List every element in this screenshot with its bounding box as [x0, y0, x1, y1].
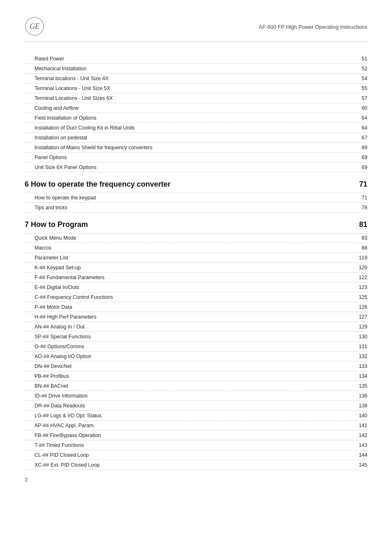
toc-top-entries: Rated Power51Mechanical Installation52Te…	[25, 54, 367, 172]
list-item: DR-## Data Readouts138	[25, 401, 367, 411]
entry-page: 135	[355, 383, 367, 389]
entry-text: O-## Options/Comms	[35, 344, 355, 349]
entry-text: Cooling and Airflow	[35, 105, 355, 111]
entry-page: 132	[355, 354, 367, 359]
entry-text: E-## Digital In/Outs	[35, 284, 355, 290]
list-item: O-## Options/Comms131	[25, 342, 367, 352]
entry-text: ID-## Drive Information	[35, 393, 355, 399]
entry-page: 54	[355, 76, 367, 81]
entry-text: Unit Size 6X Panel Options	[35, 164, 355, 170]
list-item: Tips and tricks78	[25, 203, 367, 213]
entry-text: Installation of Duct Cooling Kit in Ritt…	[35, 125, 355, 131]
entry-text: H-## High Perf Parameters	[35, 314, 355, 320]
page-container: GE AF-600 FP High Power Operating Instru…	[0, 0, 392, 495]
list-item: Terminal Locations - Unit Size 5X55	[25, 84, 367, 93]
list-item: Installation on pedestal67	[25, 133, 367, 143]
section-title: 6 How to operate the frequency converter	[25, 180, 355, 189]
list-item: How to operate the keypad71	[25, 193, 367, 203]
entry-text: Panel Options	[35, 155, 355, 160]
list-item: Field Installation of Options64	[25, 113, 367, 123]
entry-page: 120	[355, 265, 367, 271]
entry-page: 64	[355, 115, 367, 121]
list-item: XC-## Ext. PID Closed Loop145	[25, 460, 367, 470]
entry-page: 69	[355, 164, 367, 170]
list-item: Terminal locations - Unit Size 4X54	[25, 74, 367, 83]
entry-text: BN-## BACnet	[35, 383, 355, 389]
entry-text: How to operate the keypad	[35, 195, 355, 201]
entry-text: AO-## Analog I/O Option	[35, 354, 355, 359]
list-item: BN-## BACnet135	[25, 382, 367, 391]
list-item: AN-## Analog In / Out129	[25, 322, 367, 332]
list-item: F-## Fundamental Parameters122	[25, 273, 367, 282]
page-header: GE AF-600 FP High Power Operating Instru…	[25, 16, 367, 42]
entry-page: 67	[355, 135, 367, 141]
list-item: Macros88	[25, 243, 367, 253]
entry-text: Quick Menu Mode	[35, 235, 355, 241]
entry-text: F-## Fundamental Parameters	[35, 275, 355, 280]
entry-page: 125	[355, 294, 367, 300]
list-item: PB-## Profibus134	[25, 372, 367, 381]
list-item: Installation of Duct Cooling Kit in Ritt…	[25, 123, 367, 133]
list-item: H-## High Perf Parameters127	[25, 312, 367, 322]
entry-text: P-## Motor Data	[35, 304, 355, 310]
entry-page: 64	[355, 125, 367, 131]
list-item: ID-## Drive Information136	[25, 391, 367, 401]
entry-page: 127	[355, 314, 367, 320]
entry-text: K-## Keypad Set-up	[35, 265, 355, 271]
entry-page: 130	[355, 334, 367, 340]
list-item: Mechanical Installation52	[25, 64, 367, 74]
list-item: Quick Menu Mode83	[25, 234, 367, 243]
entry-page: 126	[355, 304, 367, 310]
section-title: 7 How to Program	[25, 220, 355, 229]
entry-text: Terminal locations - Unit Size 4X	[35, 76, 355, 81]
entry-text: Rated Power	[35, 56, 355, 62]
entry-text: Tips and tricks	[35, 205, 355, 210]
entry-page: 143	[355, 442, 367, 448]
list-item: Cooling and Airflow60	[25, 104, 367, 113]
entry-page: 141	[355, 423, 367, 428]
entry-text: Terminal Locations - Unit Size 5X	[35, 86, 355, 91]
entry-text: Parameter List	[35, 255, 355, 261]
list-item: LG-## Logs & I/O Opt. Status140	[25, 411, 367, 421]
entry-page: 119	[355, 255, 367, 261]
entry-page: 55	[355, 86, 367, 91]
entry-page: 133	[355, 363, 367, 369]
entry-page: 60	[355, 105, 367, 111]
entry-text: C-## Frequency Control Functions	[35, 294, 355, 300]
list-item: C-## Frequency Control Functions125	[25, 293, 367, 302]
entry-page: 144	[355, 452, 367, 458]
entry-text: Field Installation of Options	[35, 115, 355, 121]
entry-page: 131	[355, 344, 367, 349]
list-item: SP-## Special Functions130	[25, 332, 367, 342]
list-item: K-## Keypad Set-up120	[25, 263, 367, 273]
entry-page: 123	[355, 284, 367, 290]
entry-text: Macros	[35, 245, 355, 251]
entry-text: Installation on pedestal	[35, 135, 355, 141]
list-item: Installation of Mains Shield for frequen…	[25, 143, 367, 153]
entry-page: 71	[355, 195, 367, 201]
entry-page: 52	[355, 66, 367, 72]
entry-page: 140	[355, 413, 367, 419]
entry-page: 142	[355, 432, 367, 438]
ge-logo: GE	[25, 16, 44, 37]
page-number: 2	[25, 476, 28, 483]
entry-page: 136	[355, 393, 367, 399]
list-item: Unit Size 6X Panel Options69	[25, 163, 367, 172]
entry-page: 69	[355, 145, 367, 150]
svg-text:GE: GE	[30, 22, 39, 30]
list-item: AO-## Analog I/O Option132	[25, 352, 367, 361]
list-item: E-## Digital In/Outs123	[25, 283, 367, 292]
entry-page: 145	[355, 462, 367, 468]
entry-text: T-## Timed Functions	[35, 442, 355, 448]
entry-page: 122	[355, 275, 367, 280]
entry-text: AN-## Analog In / Out	[35, 324, 355, 330]
entry-text: LG-## Logs & I/O Opt. Status	[35, 413, 355, 419]
entry-page: 129	[355, 324, 367, 330]
list-item: CL-## PID Closed Loop144	[25, 451, 367, 460]
list-item: FB-## Fire/Bypass Operation142	[25, 431, 367, 440]
entry-page: 134	[355, 373, 367, 379]
section-header-0: 6 How to operate the frequency converter…	[25, 173, 367, 193]
entry-page: 51	[355, 56, 367, 62]
entry-page: 138	[355, 403, 367, 409]
list-item: Parameter List119	[25, 253, 367, 263]
